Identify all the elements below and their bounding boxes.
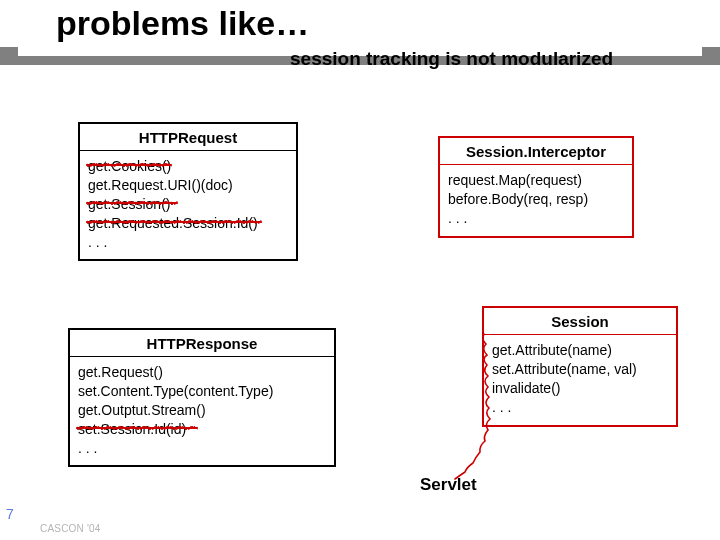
method: get.Outptut.Stream() (78, 401, 326, 420)
footer-text: CASCON '04 (40, 523, 101, 534)
box-httpresponse-title: HTTPResponse (70, 330, 334, 357)
box-httpresponse: HTTPResponse get.Request() set.Content.T… (68, 328, 336, 467)
box-sessioninterceptor-title: Session.Interceptor (440, 138, 632, 165)
method: request.Map(request) (448, 171, 624, 190)
box-sessioninterceptor: Session.Interceptor request.Map(request)… (438, 136, 634, 238)
slide-subtitle: session tracking is not modularized (290, 48, 613, 70)
method: . . . (492, 398, 668, 417)
method: set.Attribute(name, val) (492, 360, 668, 379)
method: get.Request() (78, 363, 326, 382)
box-httprequest-body: get.Cookies() get.Request.URI()(doc) get… (80, 151, 296, 259)
method: invalidate() (492, 379, 668, 398)
box-session-title: Session (484, 308, 676, 335)
box-httprequest-title: HTTPRequest (80, 124, 296, 151)
method: get.Session() (88, 195, 288, 214)
method: get.Request.URI()(doc) (88, 176, 288, 195)
method: . . . (448, 209, 624, 228)
box-httpresponse-body: get.Request() set.Content.Type(content.T… (70, 357, 334, 465)
box-sessioninterceptor-body: request.Map(request) before.Body(req, re… (440, 165, 632, 236)
box-httprequest: HTTPRequest get.Cookies() get.Request.UR… (78, 122, 298, 261)
method: before.Body(req, resp) (448, 190, 624, 209)
method: get.Cookies() (88, 157, 288, 176)
method: get.Attribute(name) (492, 341, 668, 360)
method: . . . (78, 439, 326, 458)
servlet-label: Servlet (420, 475, 477, 495)
box-session-body: get.Attribute(name) set.Attribute(name, … (484, 335, 676, 425)
slide-number: 7 (6, 506, 14, 522)
method: set.Session.Id(id) (78, 420, 326, 439)
slide-title: problems like… (18, 0, 702, 43)
box-session: Session get.Attribute(name) set.Attribut… (482, 306, 678, 427)
method: . . . (88, 233, 288, 252)
method: set.Content.Type(content.Type) (78, 382, 326, 401)
method: get.Requested.Session.Id() (88, 214, 288, 233)
